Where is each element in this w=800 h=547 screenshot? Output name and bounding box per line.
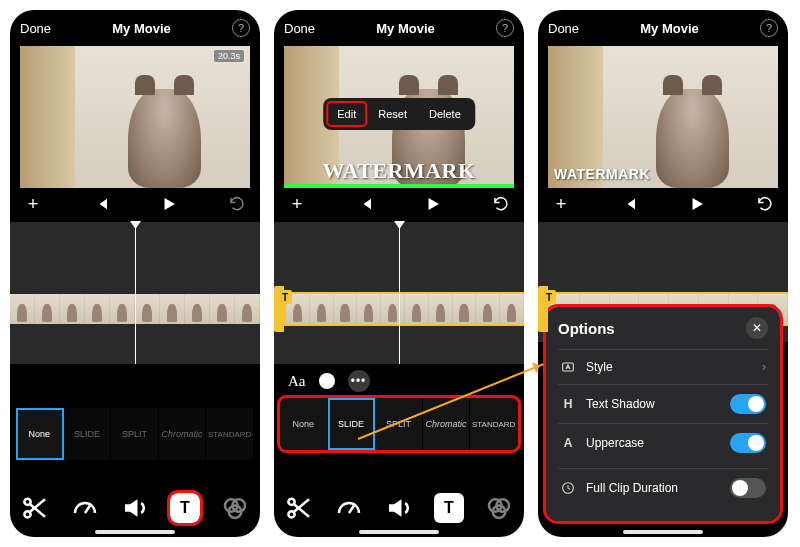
home-indicator <box>623 530 703 534</box>
volume-icon[interactable] <box>120 493 150 523</box>
play-button[interactable] <box>688 195 706 213</box>
undo-button[interactable] <box>756 195 774 213</box>
text-style-chromatic[interactable]: Chromatic <box>423 398 471 450</box>
add-media-button[interactable]: + <box>24 195 42 213</box>
editor-header: Done My Movie ? <box>274 10 524 46</box>
text-color-picker[interactable] <box>316 370 338 392</box>
text-style-chromatic[interactable]: Chromatic <box>159 408 207 460</box>
text-style-slide[interactable]: SLIDE <box>328 398 376 450</box>
text-style-none[interactable]: None <box>280 398 328 450</box>
timeline[interactable]: T <box>274 222 524 364</box>
option-text-shadow[interactable]: HText Shadow <box>558 384 768 423</box>
skip-back-button[interactable] <box>356 195 374 213</box>
help-button[interactable]: ? <box>232 19 250 37</box>
skip-back-button[interactable] <box>620 195 638 213</box>
text-styles-row: None SLIDE SPLIT Chromatic STANDARD <box>280 398 518 450</box>
duration-badge: 20.3s <box>214 50 244 62</box>
text-options-button[interactable]: ••• <box>348 370 370 392</box>
ctx-edit[interactable]: Edit <box>327 102 366 126</box>
project-title: My Movie <box>112 21 171 36</box>
help-button[interactable]: ? <box>760 19 778 37</box>
phone-screen-3: Done My Movie ? WATERMARK + T Options ✕ <box>538 10 788 537</box>
transport-bar: + <box>274 188 524 220</box>
toggle-text-shadow[interactable] <box>730 394 766 414</box>
done-button[interactable]: Done <box>284 21 315 36</box>
font-button[interactable]: Aa <box>288 373 306 390</box>
editor-header: Done My Movie ? <box>10 10 260 46</box>
project-title: My Movie <box>640 21 699 36</box>
close-panel-button[interactable]: ✕ <box>746 317 768 339</box>
editor-header: Done My Movie ? <box>538 10 788 46</box>
clip-strip[interactable] <box>286 294 524 324</box>
timeline[interactable] <box>10 222 260 364</box>
toggle-uppercase[interactable] <box>730 433 766 453</box>
option-full-clip-duration[interactable]: Full Clip Duration <box>558 468 768 507</box>
home-indicator <box>95 530 175 534</box>
scissors-icon[interactable] <box>284 493 314 523</box>
volume-icon[interactable] <box>384 493 414 523</box>
play-button[interactable] <box>160 195 178 213</box>
text-style-split[interactable]: SPLIT <box>375 398 423 450</box>
option-label: Uppercase <box>586 436 644 450</box>
svg-line-4 <box>85 506 90 514</box>
phone-screen-1: Done My Movie ? 20.3s + None SLIDE SPLIT… <box>10 10 260 537</box>
done-button[interactable]: Done <box>548 21 579 36</box>
playhead[interactable] <box>135 222 136 364</box>
text-tool-row: Aa ••• <box>274 364 524 398</box>
option-style[interactable]: Style › <box>558 349 768 384</box>
panel-title: Options <box>558 320 615 337</box>
chevron-right-icon: › <box>762 360 766 374</box>
done-button[interactable]: Done <box>20 21 51 36</box>
watermark-overlay[interactable]: WATERMARK <box>554 166 650 182</box>
text-style-standard[interactable]: STANDARD <box>206 408 254 460</box>
svg-point-8 <box>288 499 294 505</box>
help-button[interactable]: ? <box>496 19 514 37</box>
filters-icon[interactable] <box>220 493 250 523</box>
text-style-split[interactable]: SPLIT <box>111 408 159 460</box>
skip-back-button[interactable] <box>92 195 110 213</box>
text-options-panel: Options ✕ Style › HText Shadow AUppercas… <box>546 307 780 521</box>
toggle-full-clip-duration[interactable] <box>730 478 766 498</box>
shadow-icon: H <box>560 396 576 412</box>
watermark-overlay[interactable]: WATERMARK <box>322 158 475 184</box>
video-preview[interactable]: 20.3s <box>20 46 250 188</box>
option-label: Full Clip Duration <box>586 481 678 495</box>
ctx-delete[interactable]: Delete <box>419 102 471 126</box>
project-title: My Movie <box>376 21 435 36</box>
svg-point-3 <box>24 511 30 517</box>
filters-icon[interactable] <box>484 493 514 523</box>
text-context-menu: Edit Reset Delete <box>323 98 475 130</box>
title-range-bar <box>284 184 514 188</box>
speedometer-icon[interactable] <box>334 493 364 523</box>
option-label: Text Shadow <box>586 397 655 411</box>
uppercase-icon: A <box>560 435 576 451</box>
text-styles-row: None SLIDE SPLIT Chromatic STANDARD <box>16 408 254 460</box>
scissors-icon[interactable] <box>20 493 50 523</box>
clock-icon <box>560 480 576 496</box>
play-button[interactable] <box>424 195 442 213</box>
add-media-button[interactable]: + <box>552 195 570 213</box>
title-chip[interactable]: T <box>542 290 556 304</box>
bottom-toolbar: T <box>10 489 260 527</box>
svg-point-9 <box>288 511 294 517</box>
video-preview[interactable]: Edit Reset Delete WATERMARK <box>284 46 514 188</box>
option-label: Style <box>586 360 613 374</box>
playhead[interactable] <box>399 222 400 364</box>
title-chip[interactable]: T <box>278 290 292 304</box>
phone-screen-2: Done My Movie ? Edit Reset Delete WATERM… <box>274 10 524 537</box>
svg-line-10 <box>349 506 354 514</box>
text-tool-button[interactable]: T <box>434 493 464 523</box>
ctx-reset[interactable]: Reset <box>368 102 417 126</box>
text-style-none[interactable]: None <box>16 408 64 460</box>
transport-bar: + <box>10 188 260 220</box>
text-tool-button[interactable]: T <box>170 493 200 523</box>
undo-button[interactable] <box>228 195 246 213</box>
video-preview[interactable]: WATERMARK <box>548 46 778 188</box>
option-uppercase[interactable]: AUppercase <box>558 423 768 462</box>
text-style-slide[interactable]: SLIDE <box>64 408 112 460</box>
speedometer-icon[interactable] <box>70 493 100 523</box>
add-media-button[interactable]: + <box>288 195 306 213</box>
undo-button[interactable] <box>492 195 510 213</box>
text-style-standard[interactable]: STANDARD <box>470 398 518 450</box>
svg-point-2 <box>24 499 30 505</box>
